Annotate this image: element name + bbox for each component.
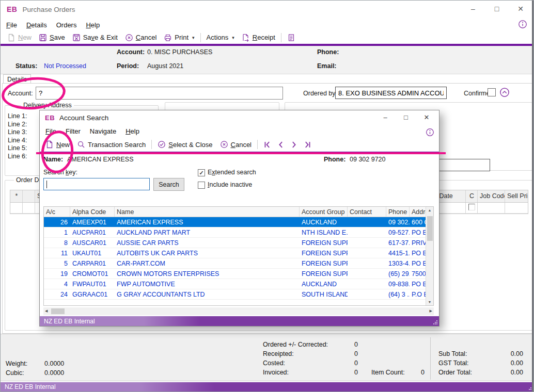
- cell-account-group: NTH ISLAND E...: [300, 227, 348, 237]
- first-record-icon[interactable]: [263, 140, 272, 149]
- dialog-info-icon[interactable]: [426, 128, 435, 137]
- menu-help[interactable]: Help: [81, 21, 104, 29]
- row-c-checkbox[interactable]: [468, 204, 475, 210]
- email-header-label: Email:: [317, 62, 337, 70]
- print-button[interactable]: Print ▾: [160, 31, 198, 44]
- menu-orders[interactable]: Orders: [52, 21, 82, 29]
- minimize-button[interactable]: –: [461, 1, 485, 17]
- menu-file[interactable]: File: [2, 21, 22, 29]
- delivery-line-label: Line 4:: [8, 137, 27, 145]
- extended-search-checkbox[interactable]: ✓: [198, 169, 205, 176]
- account-input[interactable]: [36, 87, 283, 100]
- cell-address: 7500A: [410, 269, 427, 279]
- dialog-cancel-button[interactable]: Cancel: [216, 138, 255, 151]
- account-row[interactable]: 26 AMEEXP01 AMERICAN EXPRESS AUCKLAND 09…: [44, 217, 433, 227]
- vertical-scrollbar[interactable]: ▲ ▼: [426, 207, 433, 305]
- dialog-menu-help[interactable]: Help: [121, 127, 144, 135]
- search-button[interactable]: Search: [153, 178, 184, 191]
- search-icon: [77, 140, 85, 149]
- search-key-input[interactable]: [43, 178, 150, 190]
- save-button[interactable]: Save: [35, 31, 69, 44]
- actions-dropdown-icon[interactable]: ▾: [232, 35, 234, 40]
- account-row[interactable]: 19 CROMOT01 CROWN MOTORS ENTERPRISES FOR…: [44, 269, 433, 279]
- cell-ac: 5: [44, 258, 70, 268]
- cell-account-group: FOREIGN SUPP...: [300, 258, 348, 268]
- print-dropdown-icon[interactable]: ▾: [192, 35, 195, 40]
- cell-alpha-code: AMEEXP01: [70, 217, 115, 227]
- record-phone-value: 09 302 9720: [350, 156, 386, 163]
- actions-button[interactable]: Actions ▾: [203, 31, 238, 44]
- grid-column-header[interactable]: Alpha Code: [70, 207, 115, 217]
- cell-alpha-code: AUSCAR01: [70, 238, 115, 248]
- menu-details[interactable]: Details: [22, 21, 52, 29]
- last-record-icon[interactable]: [303, 140, 312, 149]
- summary-divider: [430, 337, 431, 380]
- grid-column-header[interactable]: Addre: [410, 207, 427, 217]
- grid-column-header[interactable]: A/c: [44, 207, 70, 217]
- resize-grip-icon[interactable]: [433, 320, 438, 325]
- col-sell-price[interactable]: Sell Pri: [505, 190, 528, 202]
- record-phone-label: Phone:: [324, 156, 345, 163]
- grid-column-header[interactable]: Account Group: [300, 207, 348, 217]
- ordered-by-input[interactable]: [335, 87, 447, 99]
- horizontal-scrollbar[interactable]: ◀ ▶: [43, 307, 434, 315]
- scroll-right-icon[interactable]: ▶: [430, 309, 432, 313]
- scrollbar-thumb[interactable]: [427, 216, 433, 241]
- order-header-strip: Account: 0. MISC PURCHASES Phone: Status…: [1, 46, 533, 74]
- close-button[interactable]: ✕: [509, 1, 532, 17]
- include-inactive-checkbox[interactable]: [198, 182, 205, 189]
- grid-column-header[interactable]: Name: [115, 207, 300, 217]
- account-row[interactable]: 8 AUSCAR01 AUSSIE CAR PARTS FOREIGN SUPP…: [44, 238, 433, 248]
- account-row[interactable]: 1 AUCPAR01 AUCKLAND PART MART NTH ISLAND…: [44, 227, 433, 238]
- dialog-minimize-button[interactable]: –: [375, 110, 396, 124]
- cell-alpha-code: CARPAR01: [70, 258, 115, 268]
- maximize-button[interactable]: □: [485, 1, 509, 17]
- save-exit-button[interactable]: Save & Exit: [69, 31, 121, 44]
- transaction-search-button[interactable]: Transaction Search: [73, 138, 149, 151]
- save-exit-icon: [72, 34, 81, 42]
- info-icon[interactable]: [518, 20, 527, 29]
- cell-alpha-code: GGRAAC01: [70, 289, 115, 299]
- scrollbar-thumb[interactable]: [51, 308, 65, 314]
- dialog-toolbar: New Transaction Search Select & Close Ca…: [40, 137, 439, 152]
- cell-name: G GRAY ACCOUNTANTS LTD: [115, 289, 300, 299]
- account-row[interactable]: 5 CARPAR01 CAR-PART.COM FOREIGN SUPP... …: [44, 258, 433, 269]
- invoiced-label: Invoiced:: [263, 369, 289, 376]
- scroll-down-icon[interactable]: ▼: [426, 300, 433, 304]
- invoiced-value: 0: [337, 369, 358, 376]
- cell-contact: [348, 217, 386, 227]
- dialog-menu-navigate[interactable]: Navigate: [85, 127, 121, 135]
- collapse-header-button[interactable]: [499, 87, 510, 97]
- scroll-left-icon[interactable]: ◀: [45, 309, 48, 313]
- phone-header-label: Phone:: [317, 48, 339, 56]
- main-status-bar: NZ ED EB Internal: [1, 382, 534, 391]
- grid-column-header[interactable]: Phone: [386, 207, 410, 217]
- status-bar-text: NZ ED EB Internal: [5, 383, 56, 390]
- select-close-button[interactable]: Select & Close: [154, 138, 216, 151]
- col-asterisk[interactable]: *: [10, 190, 23, 202]
- cancel-button[interactable]: Cancel: [121, 31, 160, 44]
- confirmed-checkbox[interactable]: [488, 88, 496, 96]
- narrative-button[interactable]: [284, 31, 299, 44]
- ordered-corrected-value: 0: [337, 341, 358, 348]
- cell-account-group: FOREIGN SUPP...: [300, 238, 348, 248]
- dialog-close-button[interactable]: ✕: [416, 110, 437, 124]
- print-icon: [164, 34, 172, 42]
- col-job-code[interactable]: Job Code: [478, 190, 505, 202]
- window-right-edge: [532, 1, 533, 392]
- scroll-up-icon[interactable]: ▲: [426, 207, 433, 212]
- cubic-value: 0.0000: [44, 369, 64, 377]
- account-row[interactable]: 4 FWPAUT01 FWP AUTOMOTIVE AUCKLAND 09-83…: [44, 279, 433, 289]
- col-blank[interactable]: [23, 190, 35, 202]
- account-row[interactable]: 11 UKAUT01 AUTOBITS UK CAR PARTS FOREIGN…: [44, 248, 433, 258]
- dialog-maximize-button[interactable]: □: [396, 110, 416, 124]
- cell-contact: [348, 238, 386, 248]
- col-c[interactable]: C: [466, 190, 478, 202]
- new-button[interactable]: New: [4, 31, 35, 44]
- grid-column-header[interactable]: Contact: [348, 207, 386, 217]
- previous-record-icon[interactable]: [276, 140, 285, 149]
- receipt-button[interactable]: Receipt: [238, 31, 279, 44]
- next-record-icon[interactable]: [290, 140, 299, 149]
- delivery-line-label: Line 2:: [8, 121, 27, 129]
- account-row[interactable]: 24 GGRAAC01 G GRAY ACCOUNTANTS LTD SOUTH…: [44, 289, 433, 300]
